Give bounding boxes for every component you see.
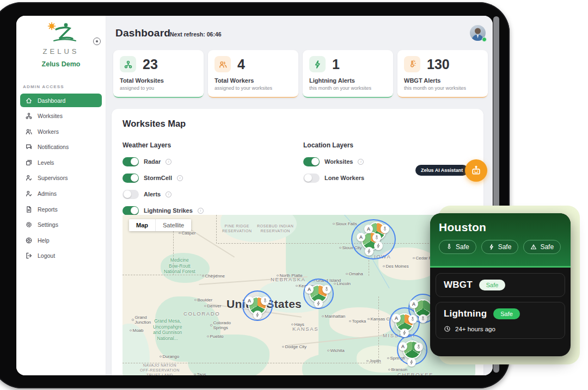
worksites-map[interactable]: MapSatellite WYOMINGNEBRASKAIOWACOLORADO… <box>122 215 475 375</box>
map-label-city: Joplin <box>366 358 381 363</box>
sidebar-item-label: Levels <box>38 159 54 166</box>
sidebar-item-help[interactable]: Help <box>20 233 102 247</box>
stat-card-total-worksites: 23 Total Worksites assigned to you <box>113 50 204 98</box>
sidebar-item-label: Workers <box>38 128 59 135</box>
info-icon[interactable]: i <box>198 208 204 214</box>
toggle-lightning-strikes[interactable] <box>122 206 139 215</box>
sidebar-menu: DashboardWorksitesWorkersNotificationsLe… <box>16 94 106 263</box>
toggle-row-worksites: Worksitesi <box>303 153 364 170</box>
popup-row-status-pill: Safe <box>493 308 520 319</box>
map-control-satellite[interactable]: Satellite <box>155 219 191 231</box>
info-icon[interactable]: i <box>166 159 171 165</box>
thermo-icon <box>420 316 426 321</box>
sidebar-item-levels[interactable]: Levels <box>20 156 102 169</box>
map-label-city: Lincoln <box>334 281 351 286</box>
stat-card-total-workers: 4 Total Workers assigned to your worksit… <box>208 50 298 98</box>
sidebar-item-settings[interactable]: Settings <box>20 218 102 232</box>
popup-row-meta-text: 24+ hours ago <box>455 326 495 332</box>
stat-sublabel: this month on your worksites <box>309 85 387 91</box>
file-icon <box>25 206 33 213</box>
toggle-alerts[interactable] <box>122 190 139 199</box>
thermo-icon <box>382 226 388 232</box>
toggle-worksites[interactable] <box>303 157 320 166</box>
map-label-city: Manhattan <box>322 314 345 319</box>
popup-row-title: Lightning <box>444 308 487 319</box>
ai-assistant-button[interactable] <box>465 159 487 182</box>
users-icon <box>25 128 33 135</box>
city-dot <box>282 346 284 348</box>
stat-value: 23 <box>143 57 158 72</box>
city-dot <box>333 223 335 225</box>
weather-layer-toggles: Radari StormCelli Alertsi Lightning Stri… <box>122 153 204 219</box>
popup-header: Houston SafeSafeSafe <box>430 213 571 266</box>
sidebar-item-label: Worksites <box>38 113 63 119</box>
sidebar-item-reports[interactable]: Reports <box>20 202 102 216</box>
sidebar-item-logout[interactable]: Logout <box>20 249 102 263</box>
map-label-area: Grand Mesa, Uncompahgre and Gunnison Nat… <box>153 318 182 342</box>
city-dot <box>296 285 298 287</box>
map-label-city: Des Moines <box>383 264 409 269</box>
city-dot <box>132 319 134 321</box>
toggle-lone-workers[interactable] <box>303 174 320 183</box>
app-window: ZELUS Zelus Demo ADMIN ACCESS DashboardW… <box>16 16 493 375</box>
home-icon <box>25 97 33 104</box>
sidebar-item-dashboard[interactable]: Dashboard <box>20 94 102 107</box>
logout-icon <box>25 252 33 259</box>
toggle-label: Lightning Strikes <box>144 207 193 214</box>
sidebar-item-admins[interactable]: Admins <box>20 187 102 201</box>
stat-icon-tile <box>215 56 231 72</box>
map-label-city: Omaha <box>346 271 363 276</box>
info-icon[interactable]: i <box>358 159 364 165</box>
city-dot <box>346 273 348 275</box>
stat-card-wbgt-alerts: 130 WBGT Alerts this month on your works… <box>397 50 488 98</box>
map-label-city: Denver <box>204 304 221 308</box>
info-icon[interactable]: i <box>177 175 183 181</box>
thermo-icon <box>416 344 421 350</box>
stat-value: 4 <box>237 57 245 72</box>
toggle-stormcell[interactable] <box>122 174 139 183</box>
popup-badge-thermo: Safe <box>439 240 476 254</box>
stat-top: 1 <box>309 56 387 72</box>
next-refresh: Next refresh: 06:46 <box>170 31 222 38</box>
info-icon[interactable]: i <box>166 191 171 197</box>
sidebar-item-workers[interactable]: Workers <box>20 125 102 138</box>
thermo-icon <box>262 298 268 304</box>
toggle-radar[interactable] <box>122 157 139 166</box>
map-label-city: Kansas Ci <box>367 317 390 321</box>
network-icon <box>124 60 133 69</box>
map-label-city: Taos <box>194 372 206 375</box>
popup-badge-bolt: Safe <box>481 240 519 254</box>
popup-row-status-pill: Safe <box>479 280 506 290</box>
popup-title: Houston <box>439 221 562 234</box>
sidebar-item-notifications[interactable]: Notifications <box>20 140 102 154</box>
map-label-city: Cedar R <box>413 256 432 261</box>
sidebar-collapse-icon[interactable] <box>93 38 101 45</box>
bolt-icon <box>402 330 407 336</box>
weather-layers-title: Weather Layers <box>122 141 171 149</box>
site-central-badge-thermo <box>261 296 270 305</box>
page: ZELUS Zelus Demo ADMIN ACCESS DashboardW… <box>0 0 588 390</box>
warning-icon <box>530 244 537 250</box>
clock-icon <box>444 325 451 332</box>
popup-row-wbgt: WBGT Safe <box>436 273 565 297</box>
sidebar-item-label: Admins <box>38 190 57 197</box>
user-check-icon <box>25 174 33 182</box>
sidebar-item-label: Supervisors <box>38 175 68 181</box>
map-label-city: Cheyenne <box>202 274 225 278</box>
help-icon <box>25 237 33 244</box>
sidebar: ZELUS Zelus Demo ADMIN ACCESS DashboardW… <box>16 16 106 375</box>
bolt-icon <box>488 244 495 250</box>
popup-row-top: WBGT Safe <box>444 280 557 290</box>
sidebar-item-worksites[interactable]: Worksites <box>20 109 102 123</box>
city-dot <box>366 360 369 362</box>
cluster-sioux-falls-badge-bolt <box>365 247 373 256</box>
toggle-label: Lone Workers <box>324 175 364 181</box>
cluster-sioux-falls-badge-alert: A <box>364 225 373 233</box>
popup-row-meta: 24+ hours ago <box>444 325 557 332</box>
sidebar-item-label: Settings <box>38 221 58 228</box>
site-grand-island-badge-thermo <box>322 285 331 294</box>
sidebar-item-supervisors[interactable]: Supervisors <box>20 171 102 185</box>
map-control-map[interactable]: Map <box>129 219 155 231</box>
stat-icon-tile <box>309 56 326 72</box>
sidebar-item-label: Help <box>38 237 50 244</box>
